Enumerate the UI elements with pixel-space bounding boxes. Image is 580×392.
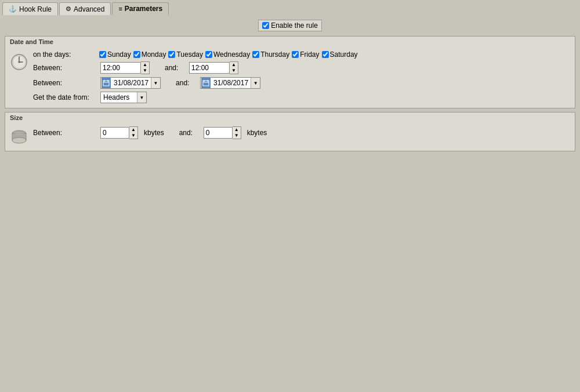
get-date-arrow[interactable]: ▼ [137, 92, 146, 103]
size-end-up[interactable]: ▲ [233, 127, 241, 133]
date-between-label: Between: [33, 79, 97, 87]
size-section: Size Between: ▲ ▼ [5, 112, 575, 151]
monday-check[interactable]: Monday [133, 50, 166, 59]
wednesday-checkbox[interactable] [205, 51, 212, 58]
disk-icon [10, 128, 28, 146]
hook-rule-icon: ⚓ [9, 5, 17, 13]
time-end-down[interactable]: ▼ [230, 68, 238, 74]
friday-checkbox[interactable] [292, 51, 299, 58]
size-between-row: Between: ▲ ▼ kbytes and: ▲ [33, 126, 570, 139]
size-end-spinner: ▲ ▼ [204, 126, 241, 139]
tuesday-checkbox[interactable] [168, 51, 175, 58]
time-and-label: and: [165, 64, 182, 72]
sunday-checkbox[interactable] [99, 51, 106, 58]
svg-point-4 [19, 61, 20, 63]
tuesday-label: Tuesday [176, 50, 203, 59]
saturday-checkbox[interactable] [322, 51, 329, 58]
size-end-input[interactable] [204, 127, 233, 139]
parameters-icon: ≡ [118, 5, 122, 12]
size-body: Between: ▲ ▼ kbytes and: ▲ [5, 123, 575, 151]
size-start-input[interactable] [100, 127, 129, 139]
size-between-label: Between: [33, 129, 97, 137]
date-start-picker[interactable]: 31/08/2017 ▼ [100, 77, 161, 89]
tuesday-check[interactable]: Tuesday [168, 50, 203, 59]
time-start-input[interactable] [100, 62, 141, 74]
calendar-end-icon [201, 78, 211, 88]
enable-rule-row: Enable the rule [5, 20, 575, 31]
saturday-check[interactable]: Saturday [322, 50, 358, 59]
main-content: Enable the rule Date and Time on the d [0, 15, 580, 159]
tab-hook-rule[interactable]: ⚓ Hook Rule [2, 2, 58, 15]
clock-icon [10, 53, 28, 71]
thursday-label: Thursday [260, 50, 289, 59]
tab-advanced-label: Advanced [74, 5, 104, 13]
get-date-label: Get the date from: [33, 93, 97, 101]
size-start-down[interactable]: ▼ [129, 133, 137, 139]
time-start-spinners: ▲ ▼ [141, 61, 150, 74]
date-time-body: on the days: Sunday Monday Tuesday [5, 47, 575, 108]
svg-point-16 [14, 132, 24, 135]
tab-parameters[interactable]: ≡ Parameters [112, 2, 169, 15]
wednesday-check[interactable]: Wednesday [205, 50, 250, 59]
get-date-value: Headers [101, 93, 137, 102]
size-fields: Between: ▲ ▼ kbytes and: ▲ [33, 126, 570, 139]
time-end-input[interactable] [189, 62, 230, 74]
monday-checkbox[interactable] [133, 51, 140, 58]
date-end-picker[interactable]: 31/08/2017 ▼ [200, 77, 260, 89]
time-end-spinner: ▲ ▼ [189, 61, 238, 74]
tab-parameters-label: Parameters [125, 5, 162, 13]
size-end-spinners: ▲ ▼ [233, 126, 241, 139]
size-end-unit: kbytes [247, 129, 267, 137]
tab-bar: ⚓ Hook Rule ⚙ Advanced ≡ Parameters [0, 0, 580, 15]
date-time-fields: on the days: Sunday Monday Tuesday [33, 50, 570, 103]
time-between-row: Between: ▲ ▼ and: ▲ ▼ [33, 61, 570, 74]
size-start-unit: kbytes [144, 129, 164, 137]
time-end-up[interactable]: ▲ [230, 62, 238, 68]
time-start-up[interactable]: ▲ [141, 62, 149, 68]
friday-label: Friday [300, 50, 319, 59]
date-time-section: Date and Time on the days: [5, 36, 575, 108]
days-row: on the days: Sunday Monday Tuesday [33, 50, 570, 59]
get-date-row: Get the date from: Headers ▼ [33, 92, 570, 103]
size-title: Size [5, 112, 575, 123]
size-start-up[interactable]: ▲ [129, 127, 137, 133]
size-and-label: and: [179, 129, 197, 137]
friday-check[interactable]: Friday [292, 50, 319, 59]
monday-label: Monday [142, 50, 166, 59]
svg-point-15 [12, 137, 26, 143]
enable-rule-label[interactable]: Enable the rule [258, 20, 322, 31]
tab-hook-rule-label: Hook Rule [19, 5, 52, 13]
tab-advanced[interactable]: ⚙ Advanced [59, 2, 111, 15]
saturday-label: Saturday [330, 50, 358, 59]
sunday-label: Sunday [107, 50, 131, 59]
thursday-check[interactable]: Thursday [252, 50, 289, 59]
time-start-down[interactable]: ▼ [141, 68, 149, 74]
date-and-label: and: [176, 79, 193, 87]
date-start-text: 31/08/2017 [111, 78, 151, 88]
time-end-spinners: ▲ ▼ [230, 61, 238, 74]
thursday-checkbox[interactable] [252, 51, 259, 58]
advanced-icon: ⚙ [66, 5, 71, 13]
date-end-text: 31/08/2017 [211, 78, 251, 88]
date-start-dropdown-btn[interactable]: ▼ [151, 78, 160, 88]
enable-rule-text: Enable the rule [271, 21, 318, 30]
wednesday-label: Wednesday [213, 50, 250, 59]
date-between-row: Between: 31/08/2017 ▼ [33, 77, 570, 89]
on-the-days-label: on the days: [33, 50, 97, 59]
time-between-label: Between: [33, 64, 97, 72]
time-start-spinner: ▲ ▼ [100, 61, 150, 74]
calendar-start-icon [102, 78, 111, 88]
get-date-dropdown[interactable]: Headers ▼ [100, 92, 147, 103]
enable-rule-checkbox[interactable] [262, 22, 269, 29]
date-end-dropdown-btn[interactable]: ▼ [251, 78, 260, 88]
size-end-down[interactable]: ▼ [233, 133, 241, 139]
sunday-check[interactable]: Sunday [99, 50, 131, 59]
size-start-spinners: ▲ ▼ [129, 126, 138, 139]
date-time-title: Date and Time [5, 37, 575, 47]
size-start-spinner: ▲ ▼ [100, 126, 138, 139]
